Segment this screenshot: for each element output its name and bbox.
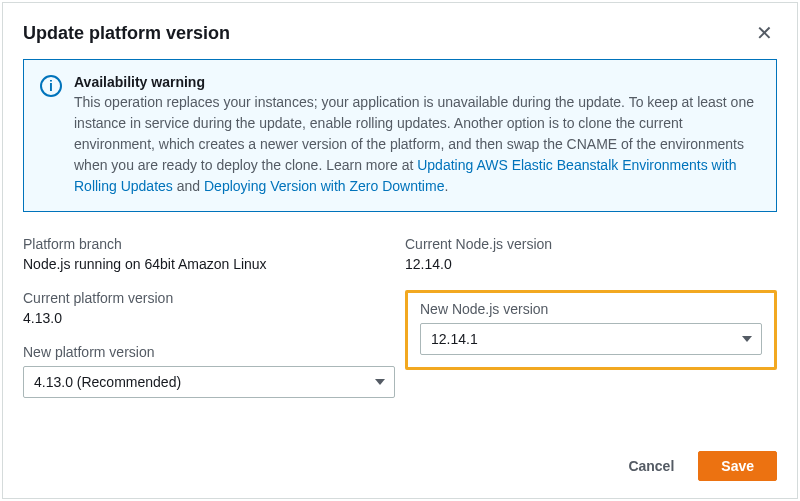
close-icon: ✕: [756, 22, 773, 44]
new-platform-version-label: New platform version: [23, 344, 395, 360]
new-platform-version-field: New platform version 4.13.0 (Recommended…: [23, 344, 395, 398]
alert-content: Availability warning This operation repl…: [74, 74, 760, 197]
current-platform-version-value: 4.13.0: [23, 310, 395, 326]
left-column: Platform branch Node.js running on 64bit…: [23, 236, 395, 416]
platform-branch-value: Node.js running on 64bit Amazon Linux: [23, 256, 395, 272]
new-platform-version-select[interactable]: 4.13.0 (Recommended): [23, 366, 395, 398]
right-column: Current Node.js version 12.14.0 New Node…: [405, 236, 777, 416]
availability-warning-alert: Availability warning This operation repl…: [23, 59, 777, 212]
close-button[interactable]: ✕: [752, 19, 777, 47]
modal-header: Update platform version ✕: [3, 3, 797, 59]
form-columns: Platform branch Node.js running on 64bit…: [23, 236, 777, 416]
modal-body: Availability warning This operation repl…: [3, 59, 797, 426]
cancel-button[interactable]: Cancel: [616, 450, 686, 482]
platform-branch-label: Platform branch: [23, 236, 395, 252]
platform-branch-field: Platform branch Node.js running on 64bit…: [23, 236, 395, 272]
new-node-version-highlight: New Node.js version 12.14.1: [405, 290, 777, 370]
alert-text-end: .: [444, 178, 448, 194]
modal-footer: Cancel Save: [3, 426, 797, 498]
new-platform-version-select-wrap: 4.13.0 (Recommended): [23, 366, 395, 398]
current-platform-version-field: Current platform version 4.13.0: [23, 290, 395, 326]
info-icon: [40, 75, 62, 97]
current-node-version-field: Current Node.js version 12.14.0: [405, 236, 777, 272]
current-node-version-label: Current Node.js version: [405, 236, 777, 252]
alert-text-and: and: [173, 178, 204, 194]
alert-title: Availability warning: [74, 74, 760, 90]
save-button[interactable]: Save: [698, 451, 777, 481]
new-node-version-label: New Node.js version: [420, 301, 762, 317]
update-platform-modal: Update platform version ✕ Availability w…: [2, 2, 798, 499]
zero-downtime-link[interactable]: Deploying Version with Zero Downtime: [204, 178, 444, 194]
new-node-version-select[interactable]: 12.14.1: [420, 323, 762, 355]
current-node-version-value: 12.14.0: [405, 256, 777, 272]
new-node-version-selected: 12.14.1: [431, 331, 478, 347]
current-platform-version-label: Current platform version: [23, 290, 395, 306]
alert-text: This operation replaces your instances; …: [74, 92, 760, 197]
new-node-version-select-wrap: 12.14.1: [420, 323, 762, 355]
modal-title: Update platform version: [23, 23, 230, 44]
new-platform-version-selected: 4.13.0 (Recommended): [34, 374, 181, 390]
